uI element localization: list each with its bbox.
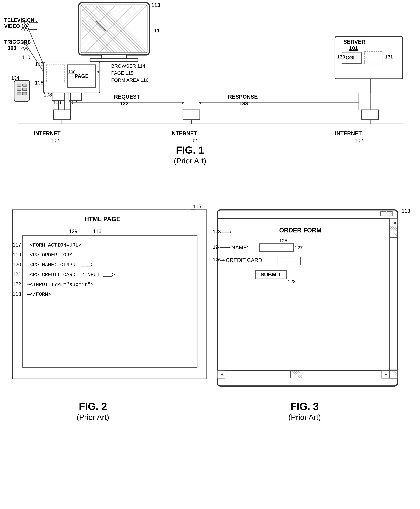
svg-text:116: 116 xyxy=(93,229,101,234)
svg-text:130: 130 xyxy=(337,54,345,60)
svg-text:SERVER: SERVER xyxy=(344,39,365,45)
svg-text:131: 131 xyxy=(385,54,393,60)
svg-line-20 xyxy=(25,6,82,62)
svg-text:→<P> NAME: <INPUT ___>: →<P> NAME: <INPUT ___> xyxy=(27,262,94,268)
svg-text:121: 121 xyxy=(13,271,21,277)
svg-rect-172 xyxy=(390,370,398,378)
svg-text:110: 110 xyxy=(22,54,30,60)
svg-text:111: 111 xyxy=(151,28,160,33)
svg-text:CGI: CGI xyxy=(345,55,354,61)
svg-text:133: 133 xyxy=(239,100,248,107)
svg-text:120: 120 xyxy=(13,262,21,267)
svg-text:118: 118 xyxy=(13,291,21,297)
svg-rect-53 xyxy=(14,80,30,101)
svg-text:(Prior Art): (Prior Art) xyxy=(288,413,321,421)
svg-text:FORM AREA 116: FORM AREA 116 xyxy=(111,77,149,83)
svg-marker-102 xyxy=(198,101,201,104)
svg-text:129: 129 xyxy=(69,229,77,234)
svg-marker-71 xyxy=(36,21,38,23)
svg-text:►: ► xyxy=(384,372,388,377)
svg-rect-140 xyxy=(217,210,398,386)
svg-marker-98 xyxy=(181,101,184,104)
svg-text:◄: ◄ xyxy=(220,372,224,377)
svg-text:101: 101 xyxy=(349,45,358,51)
svg-text:FIG. 3: FIG. 3 xyxy=(291,401,319,412)
svg-rect-59 xyxy=(22,92,27,95)
svg-text:▲: ▲ xyxy=(393,220,397,224)
svg-text:109: 109 xyxy=(53,100,61,105)
svg-rect-92 xyxy=(183,110,200,120)
svg-text:(Prior Art): (Prior Art) xyxy=(174,156,206,165)
svg-marker-73 xyxy=(35,29,37,31)
svg-text:INTERNET: INTERNET xyxy=(335,131,362,136)
svg-rect-36 xyxy=(90,58,138,62)
svg-text:NAME:: NAME: xyxy=(231,245,248,250)
svg-text:ORDER FORM: ORDER FORM xyxy=(279,227,322,234)
svg-text:126: 126 xyxy=(213,257,221,262)
svg-text:102: 102 xyxy=(355,138,363,143)
fig1-diagram: 113 111 PAGE 108 100 106 109 107 112 xyxy=(0,0,420,204)
svg-text:122: 122 xyxy=(13,281,21,287)
svg-text:HTML PAGE: HTML PAGE xyxy=(84,216,120,223)
svg-text:REQUEST: REQUEST xyxy=(114,94,140,100)
svg-text:→<P> ORDER FORM: →<P> ORDER FORM xyxy=(27,252,72,258)
svg-text:115: 115 xyxy=(193,204,201,209)
svg-text:CREDIT CARD:: CREDIT CARD: xyxy=(226,257,264,263)
svg-text:108: 108 xyxy=(44,92,52,98)
svg-rect-57 xyxy=(22,88,27,91)
svg-text:TELEVISION: TELEVISION xyxy=(4,17,34,23)
svg-text:124: 124 xyxy=(213,244,221,250)
svg-text:→<FORM ACTION=URL>: →<FORM ACTION=URL> xyxy=(27,242,82,248)
svg-rect-179 xyxy=(260,244,293,251)
svg-text:PAGE: PAGE xyxy=(75,73,89,79)
fig2-diagram: 115 HTML PAGE 129 116 117 →<FORM ACTION=… xyxy=(8,201,214,441)
svg-text:106: 106 xyxy=(35,80,43,86)
svg-text:117: 117 xyxy=(13,242,21,248)
svg-text:102: 102 xyxy=(51,138,59,143)
svg-text:PAGE 115: PAGE 115 xyxy=(111,70,134,76)
svg-text:→</FORM>: →</FORM> xyxy=(27,292,51,297)
svg-text:SUBMIT: SUBMIT xyxy=(261,272,281,278)
svg-text:123: 123 xyxy=(213,229,221,234)
svg-rect-183 xyxy=(278,257,300,265)
svg-text:134: 134 xyxy=(11,75,19,81)
svg-rect-54 xyxy=(17,84,21,86)
svg-text:FIG. 1: FIG. 1 xyxy=(176,144,204,156)
svg-line-66 xyxy=(28,28,44,65)
svg-text:TRIGGERS: TRIGGERS xyxy=(4,39,31,45)
svg-rect-84 xyxy=(365,51,383,64)
svg-rect-142 xyxy=(381,212,386,216)
svg-text:113: 113 xyxy=(151,2,160,8)
svg-text:BROWSER 114: BROWSER 114 xyxy=(111,63,145,69)
svg-text:→<INPUT TYPE="submit">: →<INPUT TYPE="submit"> xyxy=(27,282,94,287)
svg-text:INTERNET: INTERNET xyxy=(34,131,60,136)
svg-text:132: 132 xyxy=(120,100,128,107)
svg-rect-55 xyxy=(22,84,27,86)
svg-text:103: 103 xyxy=(8,45,16,51)
svg-text:127: 127 xyxy=(295,245,303,250)
svg-rect-56 xyxy=(17,88,21,91)
svg-text:125: 125 xyxy=(279,238,287,243)
fig3-diagram: 113 ▲ xyxy=(209,201,412,441)
svg-text:INTERNET: INTERNET xyxy=(170,131,197,136)
svg-text:FIG. 2: FIG. 2 xyxy=(79,401,107,412)
svg-text:RESPONSE: RESPONSE xyxy=(228,94,258,100)
svg-text:128: 128 xyxy=(288,279,296,284)
svg-rect-58 xyxy=(17,92,21,95)
svg-rect-40 xyxy=(46,65,65,83)
svg-text:119: 119 xyxy=(13,252,21,258)
svg-text:(Prior Art): (Prior Art) xyxy=(76,413,109,421)
svg-rect-94 xyxy=(362,110,379,120)
svg-text:→<P> CREDIT CARD: <INPUT ___>: →<P> CREDIT CARD: <INPUT ___> xyxy=(27,272,115,278)
svg-rect-88 xyxy=(53,110,70,120)
svg-text:113: 113 xyxy=(402,208,410,214)
page-container: 113 111 PAGE 108 100 106 109 107 112 xyxy=(0,0,420,509)
svg-text:100: 100 xyxy=(68,69,75,74)
svg-text:102: 102 xyxy=(189,138,197,143)
